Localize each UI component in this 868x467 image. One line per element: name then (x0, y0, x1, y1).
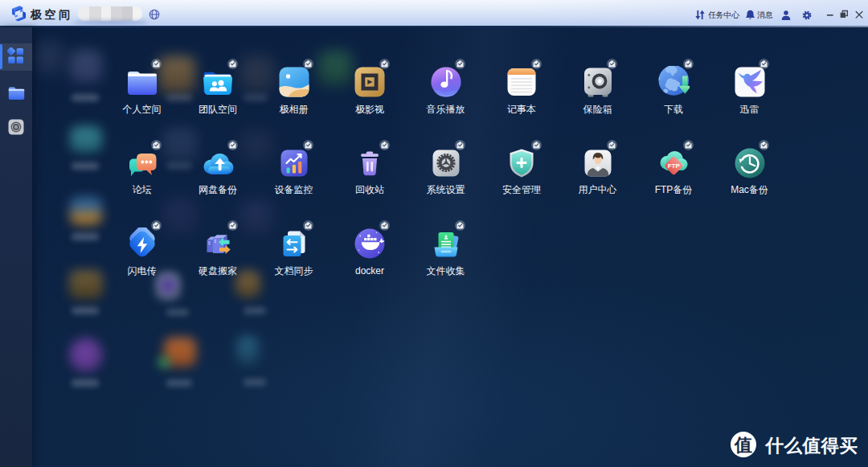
svg-text:FTP: FTP (668, 162, 681, 170)
